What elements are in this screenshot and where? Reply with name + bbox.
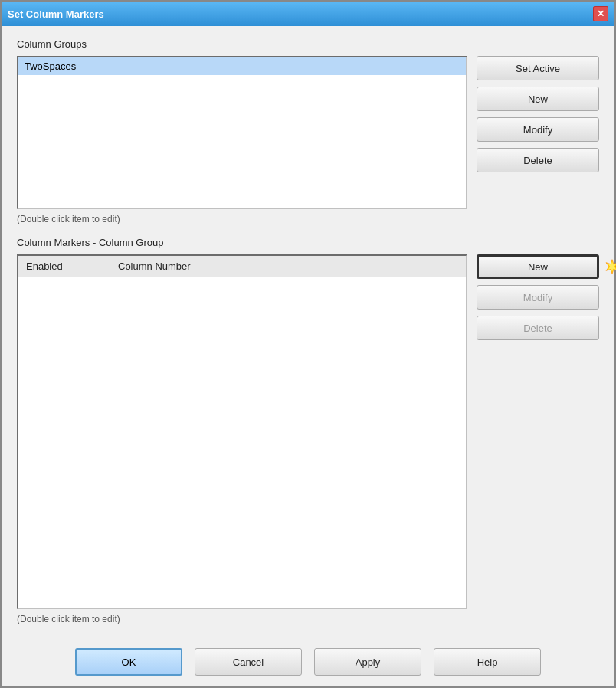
list-item[interactable]: TwoSpaces	[18, 57, 466, 75]
title-bar: Set Column Markers ✕	[2, 2, 614, 26]
dialog-title: Set Column Markers	[8, 8, 104, 20]
help-button[interactable]: Help	[434, 648, 541, 676]
column-groups-buttons: Set Active New Modify Delete	[477, 56, 599, 209]
column-groups-hint: (Double click item to edit)	[17, 214, 599, 224]
table-header: Enabled Column Number	[18, 256, 466, 277]
new-button-section: New	[477, 254, 599, 279]
column-markers-section: Column Markers - Column Group Enabled Co…	[17, 237, 599, 624]
close-button[interactable]: ✕	[593, 6, 608, 21]
new-group-button[interactable]: New	[477, 87, 599, 111]
column-number-header: Column Number	[110, 256, 466, 277]
modify-marker-button[interactable]: Modify	[477, 285, 599, 310]
table-body	[18, 277, 466, 500]
apply-button[interactable]: Apply	[314, 648, 421, 676]
click-spark-icon	[603, 251, 616, 282]
column-markers-row: Enabled Column Number New	[17, 254, 599, 609]
column-groups-list[interactable]: TwoSpaces	[17, 56, 467, 209]
enabled-header: Enabled	[18, 256, 110, 277]
column-markers-hint: (Double click item to edit)	[17, 614, 599, 624]
svg-marker-1	[608, 261, 616, 271]
dialog-footer: OK Cancel Apply Help	[2, 637, 614, 686]
new-marker-button[interactable]: New	[477, 254, 599, 279]
column-markers-table[interactable]: Enabled Column Number	[17, 254, 467, 609]
cancel-button[interactable]: Cancel	[195, 648, 302, 676]
column-markers-buttons: New	[477, 254, 599, 609]
column-groups-label: Column Groups	[17, 38, 599, 50]
column-groups-row: TwoSpaces Set Active New Modify Delete	[17, 56, 599, 209]
svg-marker-0	[606, 260, 616, 274]
column-groups-section: Column Groups TwoSpaces Set Active New M…	[17, 38, 599, 224]
delete-group-button[interactable]: Delete	[477, 148, 599, 172]
dialog-content: Column Groups TwoSpaces Set Active New M…	[2, 26, 614, 637]
delete-marker-button[interactable]: Delete	[477, 316, 599, 340]
ok-button[interactable]: OK	[75, 648, 182, 676]
modify-group-button[interactable]: Modify	[477, 117, 599, 142]
set-active-button[interactable]: Set Active	[477, 56, 599, 80]
column-markers-label: Column Markers - Column Group	[17, 237, 599, 248]
set-column-markers-dialog: Set Column Markers ✕ Column Groups TwoSp…	[0, 0, 616, 688]
